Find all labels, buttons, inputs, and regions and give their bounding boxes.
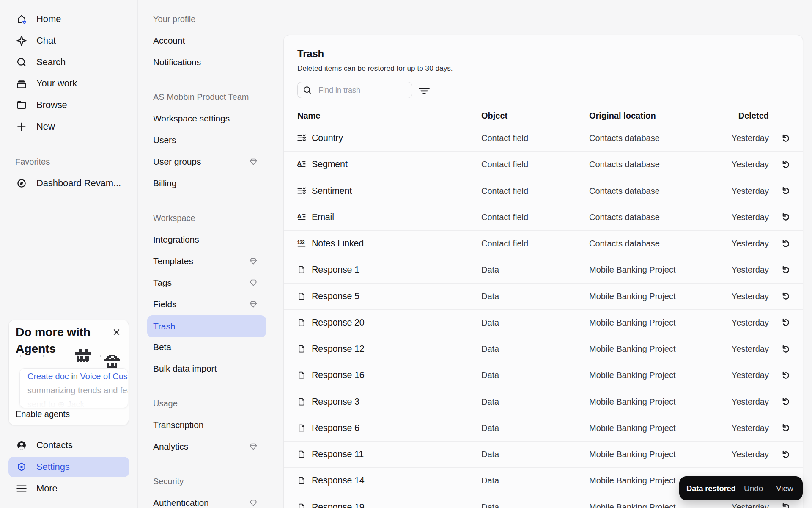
svg-text:123: 123 — [297, 240, 305, 246]
svg-text:A: A — [297, 160, 302, 167]
svg-text:A: A — [297, 213, 302, 220]
